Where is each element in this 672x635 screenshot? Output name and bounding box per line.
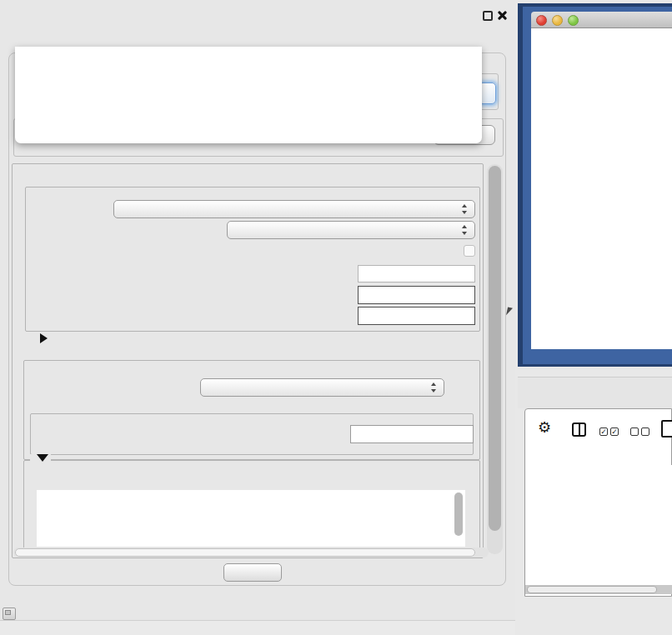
apply-button[interactable] bbox=[223, 563, 282, 582]
float-window-icon[interactable] bbox=[483, 11, 493, 21]
mi-threshold-field[interactable] bbox=[350, 425, 474, 443]
dpi-tolerance-field[interactable] bbox=[358, 286, 475, 304]
network-window-titlebar[interactable] bbox=[531, 12, 672, 28]
table-hscrollbar-thumb[interactable] bbox=[527, 586, 657, 593]
mi-steps-field[interactable] bbox=[358, 307, 475, 325]
mi-type-combobox[interactable] bbox=[227, 221, 475, 239]
stepper-icon bbox=[431, 382, 437, 392]
table-body[interactable] bbox=[525, 465, 672, 585]
close-window-icon[interactable] bbox=[536, 15, 547, 26]
minimize-window-icon[interactable] bbox=[552, 15, 563, 26]
kernel-width-field[interactable] bbox=[358, 265, 475, 282]
network-window-frame bbox=[523, 7, 672, 364]
file-icon[interactable] bbox=[661, 420, 672, 438]
settings-scrollbar-thumb[interactable] bbox=[489, 166, 501, 531]
dropdown-item-list bbox=[15, 62, 482, 64]
algorithm-dropdown-popup bbox=[15, 47, 482, 143]
table-toolbar bbox=[524, 410, 672, 448]
aracne-mode-combobox[interactable] bbox=[113, 200, 475, 218]
dock-window-icon-inner bbox=[5, 610, 11, 615]
table-header-row bbox=[525, 448, 672, 465]
unchecked-checkbox-icon[interactable] bbox=[630, 428, 639, 436]
network-canvas[interactable] bbox=[531, 28, 672, 349]
sources-title[interactable] bbox=[30, 454, 51, 462]
dropdown-hint bbox=[15, 47, 482, 62]
close-icon[interactable] bbox=[496, 10, 507, 21]
columns-icon[interactable] bbox=[572, 422, 586, 437]
unchecked-checkbox-icon[interactable] bbox=[641, 428, 649, 436]
hub-definition-section[interactable] bbox=[33, 333, 48, 343]
which-threshold-combobox[interactable] bbox=[200, 378, 444, 397]
dock-window-icon[interactable] bbox=[3, 608, 16, 620]
expand-arrow-icon[interactable] bbox=[40, 333, 48, 343]
table-panel-header bbox=[518, 377, 672, 408]
stepper-icon bbox=[462, 225, 468, 235]
manual-kernel-checkbox[interactable] bbox=[464, 245, 475, 257]
data-attributes-list[interactable] bbox=[37, 490, 465, 547]
stepper-icon bbox=[462, 204, 468, 214]
list-scrollbar-thumb[interactable] bbox=[454, 492, 463, 536]
gear-icon[interactable] bbox=[538, 418, 551, 437]
collapse-arrow-icon[interactable] bbox=[37, 454, 48, 462]
checked-checkbox-icon[interactable] bbox=[599, 428, 608, 436]
network-view-window bbox=[518, 3, 672, 367]
list-hscrollbar-thumb[interactable] bbox=[15, 548, 475, 557]
zoom-window-icon[interactable] bbox=[568, 15, 579, 26]
checked-checkbox-icon[interactable] bbox=[610, 428, 619, 436]
